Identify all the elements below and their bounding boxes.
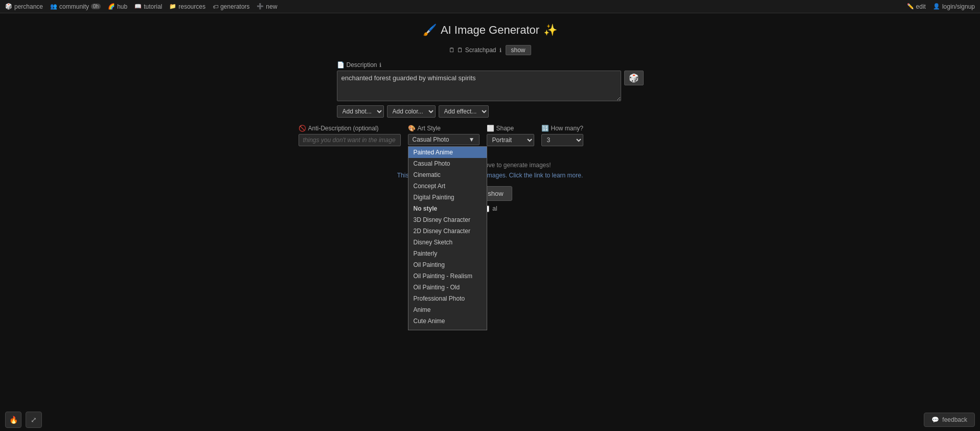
- hub-icon: 🌈: [108, 3, 115, 10]
- nav-new-label: new: [266, 3, 277, 10]
- dropdown-item-soft-anime[interactable]: Soft Anime: [408, 327, 487, 330]
- nav-generators[interactable]: 🏷 generators: [213, 3, 249, 10]
- dropdown-item-concept-art[interactable]: Concept Art: [408, 180, 487, 192]
- art-style-label-text: Art Style: [418, 125, 441, 132]
- dropdown-item-cinematic[interactable]: Cinematic: [408, 169, 487, 180]
- gen-note-link[interactable]: the link: [524, 172, 543, 179]
- feedback-button[interactable]: 💬 feedback: [924, 413, 975, 427]
- dropdown-item-3d-disney-character[interactable]: 3D Disney Character: [408, 214, 487, 225]
- art-style-icon: 🎨: [408, 125, 416, 132]
- dropdown-item-professional-photo[interactable]: Professional Photo: [408, 293, 487, 304]
- how-many-section: 🔢 How many? 1 2 3 4: [541, 125, 583, 146]
- shape-label-text: Shape: [496, 125, 514, 132]
- how-many-select[interactable]: 1 2 3 4: [541, 134, 583, 146]
- scratchpad-label: 🗒 🗒 Scratchpad ℹ: [449, 47, 501, 54]
- art-style-select-button[interactable]: Casual Photo ▼: [408, 134, 480, 145]
- scratchpad-show-button[interactable]: show: [506, 45, 531, 55]
- bottom-left-controls: 🔥 ⤢: [5, 412, 42, 428]
- feedback-label: feedback: [942, 416, 967, 423]
- title-sparkle-icon: ✨: [543, 24, 557, 37]
- desc-info-icon: ℹ: [379, 62, 381, 69]
- add-effect-select[interactable]: Add effect...: [439, 105, 489, 118]
- community-badge: 0h: [91, 4, 101, 9]
- generators-icon: 🏷: [213, 4, 218, 10]
- nav-edit-label: edit: [916, 3, 926, 10]
- fire-button[interactable]: 🔥: [5, 412, 21, 428]
- perchance-icon: 🎲: [5, 3, 12, 10]
- nav-left: 🎲 perchance 👥 community 0h 🌈 hub 📖 tutor…: [5, 3, 277, 10]
- dropdown-item-oil-painting---realism[interactable]: Oil Painting - Realism: [408, 270, 487, 282]
- dropdown-item-no-style[interactable]: No style: [408, 203, 487, 214]
- desc-icon: 📄: [337, 61, 345, 69]
- nav-tutorial[interactable]: 📖 tutorial: [134, 3, 162, 10]
- anti-description-input[interactable]: [299, 134, 401, 146]
- art-style-current-value: Casual Photo: [413, 136, 449, 143]
- dropdown-item-casual-photo[interactable]: Casual Photo: [408, 158, 487, 169]
- gen-note-text2: to learn more.: [545, 172, 583, 179]
- how-many-label-text: How many?: [551, 125, 583, 132]
- resize-button[interactable]: ⤢: [26, 412, 42, 428]
- page-title: 🖌️ AI Image Generator ✨: [423, 24, 557, 37]
- shape-select[interactable]: Portrait Landscape Square: [487, 134, 534, 146]
- nav-new[interactable]: ➕ new: [257, 3, 277, 10]
- bottom-bar: 🔥 ⤢ 💬 feedback: [0, 409, 980, 431]
- art-style-dropdown[interactable]: Painted AnimeCasual PhotoCinematicConcep…: [408, 146, 487, 330]
- shape-label: ⬜ Shape: [487, 125, 534, 132]
- dropdown-item-anime[interactable]: Anime: [408, 304, 487, 315]
- add-color-select[interactable]: Add color...: [387, 105, 436, 118]
- description-textarea[interactable]: [337, 71, 621, 101]
- resize-icon: ⤢: [31, 416, 37, 424]
- nav-tutorial-label: tutorial: [144, 3, 162, 10]
- anti-desc-label-text: Anti-Description (optional): [308, 125, 379, 132]
- shape-section: ⬜ Shape Portrait Landscape Square: [487, 125, 534, 146]
- user-icon: 👤: [933, 3, 940, 10]
- shape-icon: ⬜: [487, 125, 494, 132]
- nav-community-label: community: [59, 3, 89, 10]
- new-icon: ➕: [257, 3, 264, 10]
- nav-generators-label: generators: [220, 3, 249, 10]
- feedback-icon: 💬: [931, 416, 939, 423]
- scratchpad-bar: 🗒 🗒 Scratchpad ℹ show: [449, 45, 531, 55]
- dropdown-item-cute-anime[interactable]: Cute Anime: [408, 315, 487, 327]
- nav-login[interactable]: 👤 login/signup: [933, 3, 975, 10]
- nav-perchance[interactable]: 🎲 perchance: [5, 3, 43, 10]
- nav-edit[interactable]: ✏️ edit: [907, 3, 926, 10]
- scratchpad-text: 🗒 Scratchpad: [457, 47, 496, 54]
- art-style-section: 🎨 Art Style Casual Photo ▼ Painted Anime…: [408, 125, 480, 145]
- nav-resources[interactable]: 📁 resources: [169, 3, 206, 10]
- tutorial-icon: 📖: [134, 3, 142, 10]
- show-gen-label: show: [488, 190, 503, 197]
- add-row: Add shot... Add color... Add effect...: [337, 105, 644, 118]
- title-text: AI Image Generator: [441, 24, 539, 37]
- main-content: 🖌️ AI Image Generator ✨ 🗒 🗒 Scratchpad ℹ…: [0, 13, 980, 212]
- anti-desc-icon: 🚫: [299, 125, 306, 132]
- options-row: 🚫 Anti-Description (optional) 🎨 Art Styl…: [299, 125, 682, 146]
- top-navigation: 🎲 perchance 👥 community 0h 🌈 hub 📖 tutor…: [0, 0, 980, 13]
- nav-hub-label: hub: [117, 3, 127, 10]
- auto-label: al: [492, 205, 497, 212]
- dice-button[interactable]: 🎲: [624, 71, 644, 85]
- nav-right: ✏️ edit 👤 login/signup: [907, 3, 975, 10]
- description-section: 📄 Description ℹ 🎲: [337, 61, 644, 101]
- dropdown-item-painterly[interactable]: Painterly: [408, 248, 487, 259]
- anti-description-section: 🚫 Anti-Description (optional): [299, 125, 401, 146]
- art-style-label: 🎨 Art Style: [408, 125, 480, 132]
- dropdown-item-2d-disney-character[interactable]: 2D Disney Character: [408, 225, 487, 237]
- anti-desc-label: 🚫 Anti-Description (optional): [299, 125, 401, 132]
- community-icon: 👥: [50, 3, 57, 10]
- desc-label-text: Description: [347, 61, 377, 69]
- dropdown-item-painted-anime[interactable]: Painted Anime: [408, 147, 487, 158]
- nav-login-label: login/signup: [942, 3, 975, 10]
- edit-icon: ✏️: [907, 3, 914, 10]
- nav-community[interactable]: 👥 community 0h: [50, 3, 101, 10]
- scratchpad-info-icon: ℹ: [499, 47, 502, 54]
- description-label: 📄 Description ℹ: [337, 61, 644, 69]
- dropdown-item-digital-painting[interactable]: Digital Painting: [408, 192, 487, 203]
- add-shot-select[interactable]: Add shot...: [337, 105, 384, 118]
- dropdown-item-disney-sketch[interactable]: Disney Sketch: [408, 237, 487, 248]
- nav-hub[interactable]: 🌈 hub: [108, 3, 127, 10]
- resources-icon: 📁: [169, 3, 176, 10]
- dropdown-item-oil-painting---old[interactable]: Oil Painting - Old: [408, 282, 487, 293]
- dropdown-item-oil-painting[interactable]: Oil Painting: [408, 259, 487, 270]
- how-many-label: 🔢 How many?: [541, 125, 583, 132]
